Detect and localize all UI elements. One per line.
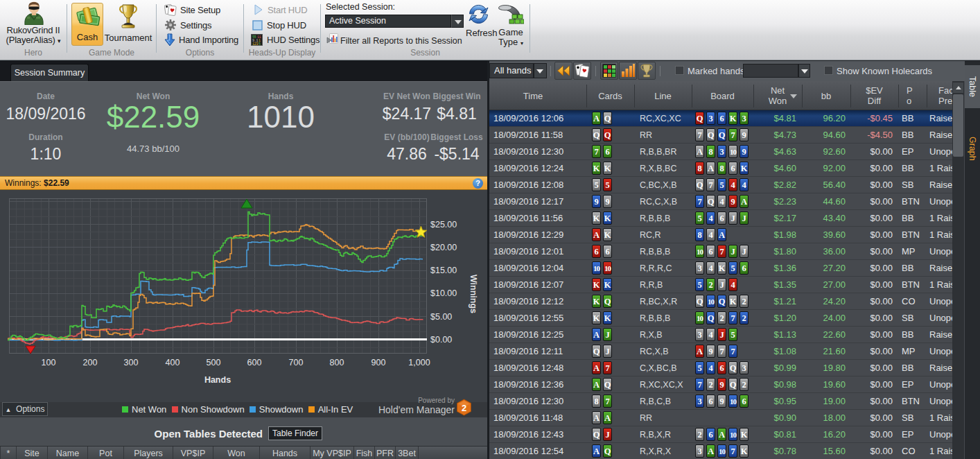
svg-text:800: 800 [330,358,344,367]
svg-text:5: 5 [259,42,261,46]
svg-text:$10.00: $10.00 [430,288,457,298]
svg-text:500: 500 [207,358,221,367]
svg-text:1,000: 1,000 [408,358,430,367]
svg-text:400: 400 [166,358,180,367]
svg-text:2: 2 [462,403,466,413]
svg-text:$5.00: $5.00 [430,312,452,322]
svg-text:$0.00: $0.00 [430,335,452,345]
svg-text:$25.00: $25.00 [430,220,457,230]
svg-text:200: 200 [83,358,98,367]
svg-text:100: 100 [42,358,56,367]
svg-text:Winnings: Winnings [469,275,478,313]
svg-text:600: 600 [247,358,262,367]
svg-text:900: 900 [371,358,386,367]
svg-text:Hands: Hands [204,375,231,385]
svg-text:$20.00: $20.00 [430,243,457,252]
svg-text:300: 300 [124,358,139,367]
svg-text:123: 123 [252,42,259,46]
svg-text:700: 700 [289,358,304,367]
svg-text:$15.00: $15.00 [430,266,457,275]
